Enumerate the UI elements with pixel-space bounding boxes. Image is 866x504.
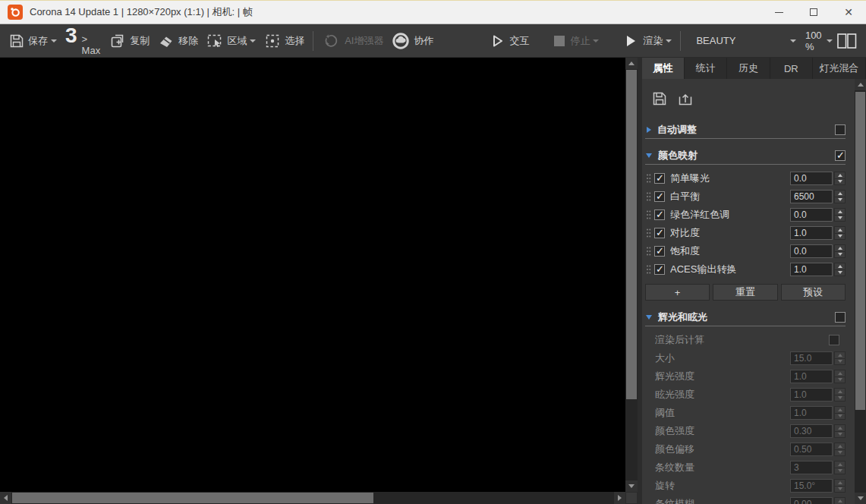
param-value-input[interactable]: [790, 208, 833, 222]
param-value-input[interactable]: [790, 479, 833, 493]
param-value-input[interactable]: [790, 226, 833, 240]
value-spinner[interactable]: [834, 406, 846, 420]
param-value-input[interactable]: [790, 443, 833, 456]
collapse-arrow-icon[interactable]: [646, 153, 652, 158]
presets-button[interactable]: 预设: [781, 284, 846, 301]
close-button[interactable]: ✕: [831, 1, 866, 24]
render-viewport[interactable]: [0, 58, 625, 492]
panel-scrollbar[interactable]: [855, 79, 866, 504]
param-row-aces: ACES输出转换: [645, 260, 846, 279]
render-button[interactable]: 渲染: [618, 27, 675, 55]
stop-button[interactable]: 停止: [548, 27, 603, 55]
param-checkbox[interactable]: [654, 246, 665, 257]
panel-scroll-track[interactable]: [855, 90, 866, 493]
param-value-input[interactable]: [790, 497, 833, 504]
compute-after-render-checkbox[interactable]: [829, 335, 839, 345]
param-value-input[interactable]: [790, 388, 833, 402]
param-value-input[interactable]: [790, 406, 833, 420]
value-spinner[interactable]: [834, 443, 846, 456]
drag-handle-icon[interactable]: [646, 191, 651, 202]
panel-scroll-up-button[interactable]: [855, 79, 866, 90]
auto-adjust-checkbox[interactable]: [835, 124, 846, 135]
param-value-input[interactable]: [790, 263, 833, 276]
scroll-left-button[interactable]: [0, 492, 11, 504]
region-dropdown-caret[interactable]: [250, 39, 256, 43]
value-spinner[interactable]: [834, 479, 846, 493]
tab-statistics[interactable]: 统计: [685, 58, 727, 79]
horizontal-scroll-thumb[interactable]: [12, 493, 373, 503]
zoom-level-select[interactable]: 100 %: [805, 30, 833, 52]
interactive-render-button[interactable]: 交互: [484, 27, 533, 55]
section-color-mapping[interactable]: 颜色映射: [645, 146, 846, 165]
render-element-select[interactable]: BEAUTY: [696, 35, 795, 46]
tab-history[interactable]: 历史: [727, 58, 770, 79]
param-value-input[interactable]: [790, 424, 833, 438]
panel-scroll-down-button[interactable]: [855, 493, 866, 504]
drag-handle-icon[interactable]: [646, 173, 651, 184]
minimize-button[interactable]: [761, 1, 796, 24]
color-mapping-checkbox[interactable]: [835, 150, 846, 161]
section-bloom-glare[interactable]: 辉光和眩光: [645, 308, 846, 326]
param-value-input[interactable]: [790, 172, 833, 185]
duplicate-button[interactable]: 复制: [105, 27, 153, 55]
viewport-vertical-scrollbar[interactable]: [625, 58, 638, 492]
viewport-horizontal-scrollbar[interactable]: [0, 492, 638, 504]
value-spinner[interactable]: [834, 351, 846, 365]
value-spinner[interactable]: [834, 388, 846, 402]
load-config-icon[interactable]: [677, 90, 694, 107]
param-checkbox[interactable]: [654, 228, 665, 238]
render-dropdown-caret[interactable]: [666, 39, 672, 43]
horizontal-scroll-track[interactable]: [11, 492, 614, 504]
value-spinner[interactable]: [834, 497, 846, 504]
param-checkbox[interactable]: [654, 173, 665, 184]
param-value-input[interactable]: [790, 461, 833, 474]
scroll-right-button[interactable]: [614, 492, 625, 504]
select-button[interactable]: 选择: [260, 27, 308, 55]
save-config-icon[interactable]: [651, 90, 668, 107]
split-view-icon: [836, 32, 858, 50]
remove-button[interactable]: 移除: [153, 27, 202, 55]
param-checkbox[interactable]: [654, 191, 665, 202]
vertical-scroll-thumb[interactable]: [626, 70, 637, 399]
drag-handle-icon[interactable]: [646, 246, 651, 257]
drag-handle-icon[interactable]: [646, 228, 651, 238]
param-checkbox[interactable]: [654, 264, 665, 275]
reset-button[interactable]: 重置: [713, 284, 777, 301]
vertical-scroll-track[interactable]: [625, 69, 638, 480]
param-value-input[interactable]: [790, 351, 833, 365]
value-spinner[interactable]: [834, 370, 846, 383]
value-spinner[interactable]: [834, 226, 846, 240]
bloom-glare-checkbox[interactable]: [835, 312, 846, 323]
save-button[interactable]: 保存: [5, 27, 61, 55]
value-spinner[interactable]: [834, 172, 846, 185]
param-value-input[interactable]: [790, 244, 833, 258]
ab-compare-button[interactable]: [833, 27, 861, 55]
scroll-down-button[interactable]: [625, 480, 638, 492]
scroll-up-button[interactable]: [625, 58, 638, 69]
param-checkbox[interactable]: [654, 209, 665, 220]
param-value-input[interactable]: [790, 370, 833, 383]
param-row-saturation: 饱和度: [645, 242, 846, 260]
section-auto-adjust[interactable]: 自动调整: [645, 121, 846, 139]
tab-dr[interactable]: DR: [770, 58, 813, 79]
save-dropdown-caret[interactable]: [51, 39, 57, 43]
add-operator-button[interactable]: +: [645, 284, 710, 301]
value-spinner[interactable]: [834, 208, 846, 222]
value-spinner[interactable]: [834, 244, 846, 258]
param-value-input[interactable]: [790, 190, 833, 203]
expand-arrow-icon[interactable]: [647, 127, 651, 133]
region-button[interactable]: 区域: [202, 27, 260, 55]
value-spinner[interactable]: [834, 461, 846, 474]
tab-properties[interactable]: 属性: [642, 58, 685, 79]
tab-lightmix[interactable]: 灯光混合: [813, 58, 866, 79]
panel-scroll-thumb[interactable]: [855, 92, 865, 410]
drag-handle-icon[interactable]: [646, 209, 651, 220]
value-spinner[interactable]: [834, 424, 846, 438]
drag-handle-icon[interactable]: [646, 264, 651, 275]
ai-enhancer-button[interactable]: AI增强器: [318, 27, 387, 55]
maximize-button[interactable]: [796, 1, 831, 24]
value-spinner[interactable]: [834, 190, 846, 203]
collaborate-button[interactable]: 协作: [387, 27, 437, 55]
value-spinner[interactable]: [834, 263, 846, 276]
collapse-arrow-icon[interactable]: [646, 315, 652, 320]
